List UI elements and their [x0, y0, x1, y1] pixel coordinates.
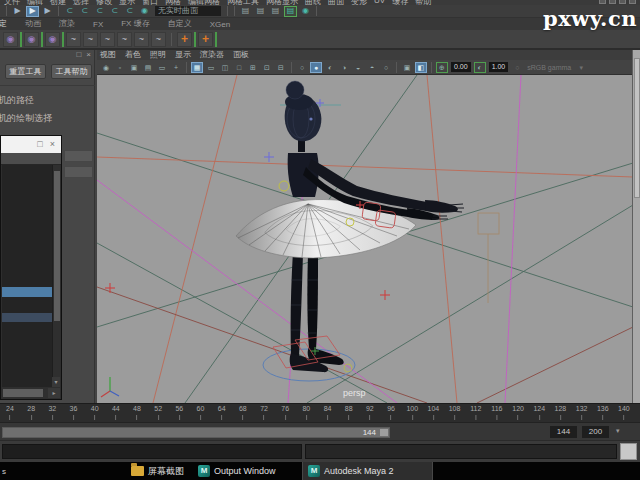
cluster-deformer-icon[interactable]: ◉ — [45, 32, 60, 47]
scrollbar-thumb[interactable] — [54, 171, 60, 321]
timeline-frame-36[interactable]: 36 — [70, 405, 78, 420]
shelf-tab-XGen[interactable]: XGen — [210, 20, 230, 29]
timeline-frame-140[interactable]: 140 — [618, 405, 630, 420]
list-item[interactable] — [2, 313, 52, 322]
panel-restore-icon[interactable]: □ — [76, 51, 81, 59]
timeline-frame-128[interactable]: 128 — [555, 405, 567, 420]
timeline-frame-132[interactable]: 132 — [576, 405, 588, 420]
gamma-icon[interactable]: ◐ — [474, 62, 486, 73]
select-object-mode-icon[interactable]: ▶ — [26, 6, 39, 17]
create-joint-tool-icon[interactable]: + — [177, 32, 192, 47]
timeline-frame-76[interactable]: 76 — [281, 405, 289, 420]
pencil-curve-tool-icon[interactable]: ~ — [83, 32, 98, 47]
field-chart-icon[interactable]: ⊞ — [247, 62, 259, 73]
shelf-tab-动画[interactable]: 动画 — [25, 18, 41, 29]
launch-render-view-icon[interactable]: ◉ — [299, 6, 312, 17]
character-set-caret-icon[interactable]: ▾ — [616, 427, 620, 435]
snap-to-view-plane-icon[interactable]: ⊂ — [123, 6, 136, 17]
ipr-render-icon[interactable]: ▤ — [254, 6, 267, 17]
colorspace-caret-icon[interactable]: ▾ — [575, 62, 587, 73]
timeline-frame-96[interactable]: 96 — [387, 405, 395, 420]
snap-to-point-icon[interactable]: ⊂ — [93, 6, 106, 17]
timeline-frame-32[interactable]: 32 — [48, 405, 56, 420]
film-gate-icon[interactable]: ▭ — [205, 62, 217, 73]
resolution-gate-icon[interactable]: ◫ — [219, 62, 231, 73]
reset-tool-button[interactable]: 重置工具 — [5, 64, 46, 79]
render-settings-icon[interactable]: ▤ — [269, 6, 282, 17]
shaded-display-icon[interactable]: ● — [310, 62, 322, 73]
shelf-tab-自定义[interactable]: 自定义 — [168, 18, 192, 29]
timeline-frame-40[interactable]: 40 — [91, 405, 99, 420]
window-close-icon[interactable]: × — [50, 140, 55, 149]
timeline-frame-48[interactable]: 48 — [133, 405, 141, 420]
viewport-menu-着色[interactable]: 着色 — [125, 50, 141, 60]
safe-action-icon[interactable]: ⊡ — [261, 62, 273, 73]
render-current-frame-icon[interactable]: ▤ — [239, 6, 252, 17]
isolate-select-icon[interactable]: ▣ — [401, 62, 413, 73]
shelf-tab-绑定[interactable]: 绑定 — [0, 18, 7, 29]
viewport-menu-面板[interactable]: 面板 — [233, 50, 249, 60]
timeline-frame-92[interactable]: 92 — [366, 405, 374, 420]
gate-mask-icon[interactable]: □ — [233, 62, 245, 73]
tool-help-button[interactable]: 工具帮助 — [51, 64, 92, 79]
timeline-frame-56[interactable]: 56 — [175, 405, 183, 420]
curve-editing-tool-icon[interactable]: ~ — [151, 32, 166, 47]
tool-option-field[interactable] — [64, 166, 93, 178]
timeline-frame-28[interactable]: 28 — [27, 405, 35, 420]
timeline-frame-100[interactable]: 100 — [406, 405, 418, 420]
timeline-frame-80[interactable]: 80 — [302, 405, 310, 420]
make-object-live-icon[interactable]: ◉ — [138, 6, 151, 17]
list-item-selected[interactable] — [2, 287, 52, 297]
lock-camera-icon[interactable]: ▫ — [114, 62, 126, 73]
window-restore-icon[interactable]: □ — [37, 140, 42, 149]
floating-window-titlebar[interactable]: □ × — [1, 136, 61, 153]
horizontal-scrollbar[interactable]: ▸ — [2, 388, 60, 398]
range-slider-handle[interactable] — [380, 429, 388, 436]
animation-end-field[interactable]: 200 — [582, 426, 609, 438]
add-points-tool-icon[interactable]: ~ — [134, 32, 149, 47]
timeline-frame-136[interactable]: 136 — [597, 405, 609, 420]
shadows-icon[interactable]: ◒ — [352, 62, 364, 73]
viewport-canvas[interactable]: persp — [97, 75, 633, 403]
gamma-field[interactable]: 1.00 — [489, 62, 509, 72]
timeline-frame-112[interactable]: 112 — [470, 405, 481, 420]
timeline-frame-116[interactable]: 116 — [491, 405, 502, 420]
vertical-scrollbar[interactable] — [52, 165, 60, 377]
timeline-frame-52[interactable]: 52 — [154, 405, 162, 420]
timeline-frame-64[interactable]: 64 — [218, 405, 226, 420]
snap-to-projected-center-icon[interactable]: ⊂ — [108, 6, 121, 17]
exposure-icon[interactable]: ⊕ — [436, 62, 448, 73]
timeline-frame-72[interactable]: 72 — [260, 405, 268, 420]
screen-space-ao-icon[interactable]: ◓ — [366, 62, 378, 73]
scrollbar-thumb[interactable] — [3, 389, 43, 397]
timeline-frame-68[interactable]: 68 — [239, 405, 247, 420]
viewport-menu-照明[interactable]: 照明 — [150, 50, 166, 60]
timeline-frame-44[interactable]: 44 — [112, 405, 120, 420]
four-pane-layout-icon[interactable] — [619, 0, 626, 4]
scroll-down-icon[interactable]: ▾ — [52, 377, 60, 387]
xray-display-icon[interactable]: ◧ — [415, 62, 427, 73]
shelf-tab-FX[interactable]: FX — [93, 20, 103, 29]
display-render-view-icon[interactable]: ▤ — [284, 6, 297, 17]
bezier-curve-tool-icon[interactable]: ~ — [100, 32, 115, 47]
exposure-field[interactable]: 0.00 — [451, 62, 471, 72]
textured-display-icon[interactable]: ◐ — [324, 62, 336, 73]
panel-close-icon[interactable]: × — [86, 51, 91, 59]
workspace-icon[interactable] — [599, 0, 606, 4]
curve-snap-tool-icon[interactable]: ~ — [117, 32, 132, 47]
wireframe-display-icon[interactable]: ○ — [296, 62, 308, 73]
single-pane-layout-icon[interactable] — [609, 0, 616, 4]
select-camera-icon[interactable]: ◉ — [100, 62, 112, 73]
taskbar-item-Autodesk Maya 2[interactable]: MAutodesk Maya 2 — [302, 462, 433, 480]
show-hide-editor-button[interactable] — [620, 443, 637, 460]
timeline-frame-88[interactable]: 88 — [345, 405, 353, 420]
motion-blur-icon[interactable]: ○ — [380, 62, 392, 73]
nurbs-circle-icon[interactable]: ◉ — [3, 32, 18, 47]
shelf-tab-FX 缓存[interactable]: FX 缓存 — [121, 18, 149, 29]
time-slider[interactable]: 2428323640444852566064687276808488929610… — [0, 403, 640, 422]
tool-option-field[interactable] — [64, 150, 93, 162]
timeline-frame-120[interactable]: 120 — [512, 405, 524, 420]
timeline-frame-24[interactable]: 24 — [6, 405, 14, 420]
camera-attributes-icon[interactable]: ▣ — [128, 62, 140, 73]
timeline-frame-108[interactable]: 108 — [449, 405, 461, 420]
